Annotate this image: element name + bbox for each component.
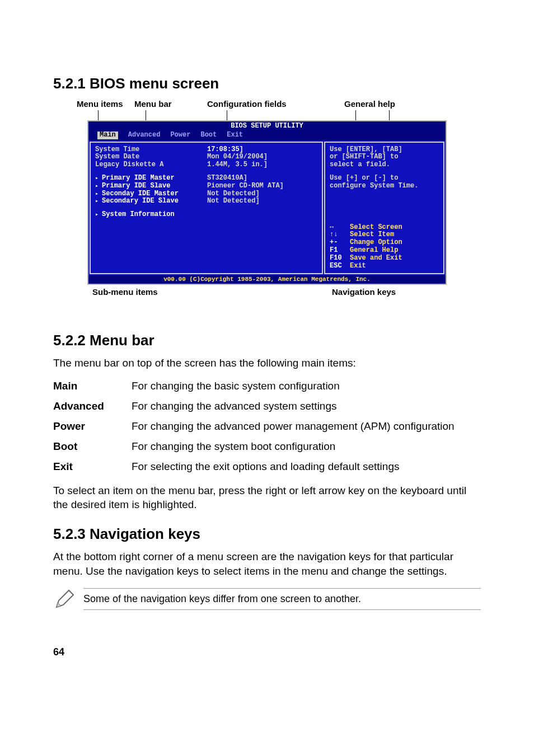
item-secondary-ide-master[interactable]: Seconday IDE Master [95,190,207,198]
help-line: Use [+] or [-] to [330,175,439,182]
section-heading-523: 5.2.3 Navigation keys [53,525,481,543]
value-ses: Not Detected] [207,198,284,205]
note-text: Some of the navigation keys differ from … [83,588,481,610]
term-advanced: Advanced [53,396,132,416]
label-config-fields: Configuration fields [207,99,287,109]
item-system-date[interactable]: System Date [95,153,207,161]
label-general-help: General help [344,99,395,109]
label-navigation-keys: Navigation keys [332,287,396,297]
key-desc: Select Item [350,231,394,238]
item-system-information[interactable]: System Information [95,211,207,219]
key-ud: ↑↓ [330,231,350,239]
key-desc: Save and Exit [350,254,402,262]
key-desc: Exit [350,262,366,270]
key-f1: F1 [330,247,350,255]
term-power: Power [53,416,132,436]
bios-screenshot: BIOS SETUP UTILITY Main Advanced Power B… [87,120,447,285]
bios-tab-main[interactable]: Main [97,132,118,139]
help-line: select a field. [330,161,439,169]
bios-menu-bar: Main Advanced Power Boot Exit [88,130,446,140]
desc-boot: For changing the system boot configurati… [132,436,455,457]
value-date: Mon 04/19/2004] [207,153,284,161]
label-menu-items: Menu items [77,99,123,109]
desc-main: For changing the basic system configurat… [132,376,455,396]
bios-footer: v00.00 (C)Copyright 1985-2003, American … [88,275,446,284]
term-exit: Exit [53,457,132,477]
key-desc: Select Screen [350,223,402,231]
page-number: 64 [53,646,481,658]
item-primary-ide-slave[interactable]: Primary IDE Slave [95,182,207,190]
pencil-note-icon [53,588,76,613]
value-sem: Not Detected] [207,190,284,198]
section-522-outro: To select an item on the menu bar, press… [53,483,481,512]
diagram-bottom-labels: Sub-menu items Navigation keys [53,287,481,298]
item-primary-ide-master[interactable]: Primary IDE Master [95,175,207,182]
menu-bar-definitions: MainFor changing the basic system config… [53,376,455,477]
label-menu-bar: Menu bar [134,99,172,109]
section-heading-521: 5.2.1 BIOS menu screen [53,75,481,92]
bios-left-panel: System Time System Date Legacy Diskette … [90,142,323,275]
key-pm: +- [330,239,350,247]
bios-tab-advanced[interactable]: Advanced [128,132,161,139]
key-f10: F10 [330,255,350,262]
bios-nav-keys: ↔Select Screen ↑↓Select Item +-Change Op… [330,224,439,270]
help-line: or [SHIFT-TAB] to [330,153,439,161]
help-line: configure System Time. [330,182,439,190]
value-pim: ST320410A] [207,175,284,182]
diagram-top-labels: Menu items Menu bar Configuration fields… [53,99,481,120]
key-desc: General Help [350,246,398,254]
desc-exit: For selecting the exit options and loadi… [132,457,455,477]
bios-tab-power[interactable]: Power [170,132,190,139]
section-522-intro: The menu bar on top of the screen has th… [53,356,481,370]
item-secondary-ide-slave[interactable]: Secondary IDE Slave [95,198,207,205]
desc-power: For changing the advanced power manageme… [132,416,455,436]
desc-advanced: For changing the advanced system setting… [132,396,455,416]
bios-title: BIOS SETUP UTILITY [88,121,446,130]
value-time: 17:08:35] [207,146,284,154]
note-callout: Some of the navigation keys differ from … [53,588,481,613]
key-desc: Change Option [350,238,402,246]
bios-help-panel: Use [ENTER], [TAB] or [SHIFT-TAB] to sel… [324,142,444,275]
value-pis: Pioneer CD-ROM ATA] [207,182,284,190]
section-523-body: At the bottom right corner of a menu scr… [53,550,481,578]
item-legacy-diskette[interactable]: Legacy Diskette A [95,161,207,169]
bios-tab-boot[interactable]: Boot [200,132,217,139]
bios-tab-exit[interactable]: Exit [227,132,243,139]
value-diskette: 1.44M, 3.5 in.] [207,161,284,169]
key-lr: ↔ [330,224,350,232]
key-esc: ESC [330,262,350,270]
help-line: Use [ENTER], [TAB] [330,146,439,154]
section-heading-522: 5.2.2 Menu bar [53,332,481,349]
item-system-time[interactable]: System Time [95,146,207,154]
term-boot: Boot [53,436,132,457]
label-sub-menu-items: Sub-menu items [92,287,158,297]
term-main: Main [53,376,132,396]
